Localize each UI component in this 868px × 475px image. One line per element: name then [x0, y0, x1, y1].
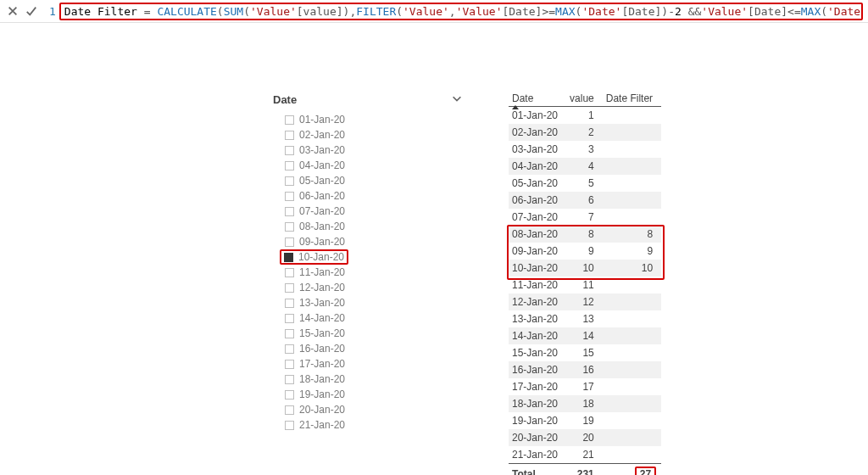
cell-datefilter — [603, 344, 661, 361]
slicer-item[interactable]: 11-Jan-20 — [271, 265, 466, 280]
slicer-item[interactable]: 10-Jan-20 — [271, 249, 466, 265]
chevron-down-icon[interactable] — [451, 92, 463, 107]
slicer-item[interactable]: 14-Jan-20 — [271, 310, 466, 326]
cell-datefilter — [603, 412, 661, 429]
table-row: 15-Jan-2015 — [509, 344, 661, 361]
checkbox[interactable] — [285, 390, 294, 400]
slicer-item-label: 11-Jan-20 — [299, 266, 345, 278]
cell-date: 21-Jan-20 — [509, 446, 566, 464]
slicer-item[interactable]: 07-Jan-20 — [271, 204, 466, 219]
cell-value: 3 — [566, 141, 603, 158]
slicer-item-label: 07-Jan-20 — [299, 205, 345, 217]
total-filter: 27 — [603, 464, 661, 476]
table-row: 16-Jan-2016 — [509, 361, 661, 378]
checkbox[interactable] — [285, 192, 294, 201]
table-row: 20-Jan-2020 — [509, 429, 661, 446]
cell-datefilter — [603, 124, 661, 141]
slicer-item[interactable]: 12-Jan-20 — [271, 280, 466, 295]
checkbox[interactable] — [285, 360, 294, 369]
formula-line-number: 1 — [42, 5, 59, 18]
table-row: 07-Jan-207 — [509, 209, 661, 226]
cell-date: 06-Jan-20 — [509, 192, 566, 209]
table-row: 17-Jan-2017 — [509, 378, 661, 395]
slicer-item[interactable]: 06-Jan-20 — [271, 188, 466, 204]
checkbox[interactable] — [285, 115, 294, 125]
slicer-item-label: 21-Jan-20 — [299, 419, 345, 431]
table-row: 06-Jan-206 — [509, 192, 661, 209]
checkbox[interactable] — [285, 314, 294, 323]
checkbox[interactable] — [285, 405, 294, 415]
slicer-item[interactable]: 16-Jan-20 — [271, 341, 466, 356]
slicer-item-label: 12-Jan-20 — [299, 282, 345, 293]
checkbox[interactable] — [284, 253, 293, 262]
slicer-item[interactable]: 17-Jan-20 — [271, 356, 466, 372]
col-header-datefilter[interactable]: Date Filter — [603, 91, 661, 107]
slicer-item-label: 15-Jan-20 — [299, 327, 345, 339]
checkbox[interactable] — [285, 238, 294, 247]
cell-value: 18 — [566, 395, 603, 412]
table-row: 08-Jan-2088 — [509, 226, 661, 243]
slicer-item[interactable]: 19-Jan-20 — [271, 387, 466, 402]
cell-datefilter — [603, 361, 661, 378]
checkbox[interactable] — [285, 146, 294, 155]
table-row: 13-Jan-2013 — [509, 310, 661, 327]
slicer-header[interactable]: Date — [271, 91, 466, 112]
slicer-item[interactable]: 02-Jan-20 — [271, 127, 466, 142]
slicer-item-label: 01-Jan-20 — [299, 114, 345, 126]
checkbox[interactable] — [285, 299, 294, 308]
cell-value: 14 — [566, 327, 603, 344]
slicer-item[interactable]: 05-Jan-20 — [271, 173, 466, 188]
table-row: 19-Jan-2019 — [509, 412, 661, 429]
col-header-date[interactable]: Date — [509, 91, 566, 107]
cell-value: 1 — [566, 107, 603, 125]
checkbox[interactable] — [285, 161, 294, 170]
cell-date: 20-Jan-20 — [509, 429, 566, 446]
cell-value: 10 — [566, 260, 603, 277]
checkbox[interactable] — [285, 329, 294, 338]
cell-datefilter: 8 — [603, 226, 661, 243]
slicer-item[interactable]: 09-Jan-20 — [271, 234, 466, 249]
cell-value: 13 — [566, 310, 603, 327]
dax-formula-input[interactable]: Date Filter = CALCULATE(SUM('Value'[valu… — [59, 3, 863, 20]
checkbox[interactable] — [285, 222, 294, 232]
cell-datefilter — [603, 192, 661, 209]
checkbox[interactable] — [285, 344, 294, 354]
slicer-item-label: 04-Jan-20 — [299, 159, 345, 171]
cell-date: 02-Jan-20 — [509, 124, 566, 141]
cell-value: 6 — [566, 192, 603, 209]
slicer-item[interactable]: 03-Jan-20 — [271, 142, 466, 158]
checkbox[interactable] — [285, 421, 294, 430]
checkbox[interactable] — [285, 131, 294, 140]
checkbox[interactable] — [285, 268, 294, 277]
cell-datefilter — [603, 310, 661, 327]
slicer-item-label: 20-Jan-20 — [299, 404, 345, 416]
checkbox[interactable] — [285, 283, 294, 293]
slicer-item[interactable]: 04-Jan-20 — [271, 158, 466, 173]
checkbox[interactable] — [285, 176, 294, 186]
slicer-item[interactable]: 15-Jan-20 — [271, 326, 466, 341]
col-header-value[interactable]: value — [566, 91, 603, 107]
slicer-item-list: 01-Jan-2002-Jan-2003-Jan-2004-Jan-2005-J… — [271, 112, 466, 433]
checkbox[interactable] — [285, 207, 294, 216]
cell-datefilter — [603, 429, 661, 446]
cell-date: 04-Jan-20 — [509, 158, 566, 175]
cell-date: 10-Jan-20 — [509, 260, 566, 277]
slicer-item[interactable]: 13-Jan-20 — [271, 295, 466, 310]
slicer-item[interactable]: 01-Jan-20 — [271, 112, 466, 127]
slicer-item[interactable]: 18-Jan-20 — [271, 372, 466, 387]
cell-value: 12 — [566, 293, 603, 310]
data-table-visual[interactable]: Date value Date Filter 01-Jan-20102-Jan-… — [509, 91, 661, 475]
slicer-item-label: 08-Jan-20 — [299, 221, 345, 232]
slicer-item[interactable]: 20-Jan-20 — [271, 402, 466, 417]
cell-date: 07-Jan-20 — [509, 209, 566, 226]
slicer-item[interactable]: 21-Jan-20 — [271, 417, 466, 433]
date-slicer-visual[interactable]: Date 01-Jan-2002-Jan-2003-Jan-2004-Jan-2… — [271, 91, 466, 475]
checkbox[interactable] — [285, 375, 294, 384]
report-canvas: Date 01-Jan-2002-Jan-2003-Jan-2004-Jan-2… — [0, 23, 868, 475]
commit-formula-icon[interactable] — [24, 3, 39, 19]
cell-value: 11 — [566, 277, 603, 293]
cell-date: 18-Jan-20 — [509, 395, 566, 412]
cancel-formula-icon[interactable] — [5, 3, 20, 19]
cell-date: 11-Jan-20 — [509, 277, 566, 293]
slicer-item[interactable]: 08-Jan-20 — [271, 219, 466, 234]
